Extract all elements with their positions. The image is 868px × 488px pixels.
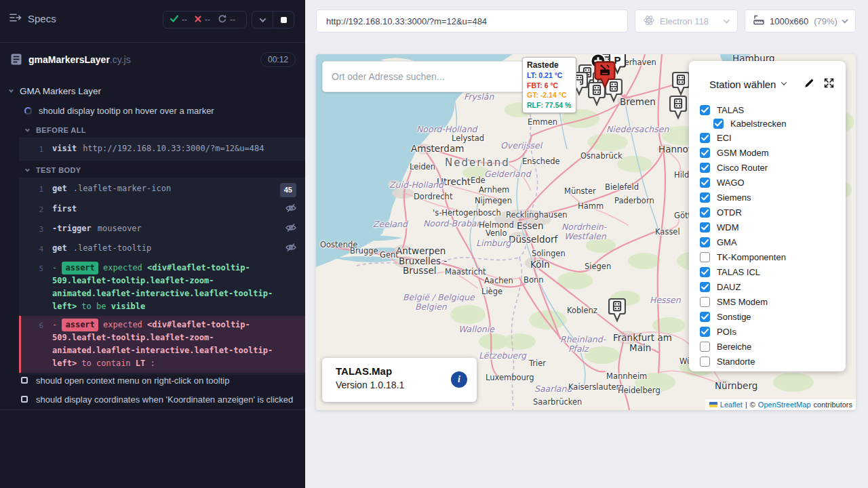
search-input[interactable] [322, 61, 534, 92]
test-body-chevron-icon [25, 167, 30, 171]
command-row[interactable]: 6- assert expected <div#leaflet-tooltip-… [19, 316, 305, 373]
sidebar-divider-bottom [0, 409, 305, 410]
expand-fullscreen-icon[interactable] [823, 77, 835, 92]
checked-checkbox[interactable] [700, 163, 710, 173]
command-row[interactable]: 3-triggermouseover [19, 220, 305, 239]
station-select-dropdown[interactable]: Station wählen [709, 79, 786, 90]
layer-label: Bereiche [717, 342, 751, 352]
map-label: Gent [380, 250, 399, 260]
command-row[interactable]: 4get.leaflet-tooltip [19, 239, 305, 259]
station-pin-marker[interactable] [669, 95, 687, 123]
map-label: Frankfurt am [613, 332, 672, 343]
map-label: Pfalz [568, 344, 589, 354]
suite-chevron-icon [9, 88, 14, 93]
map-label: Noord-Brabant [423, 218, 485, 228]
unchecked-checkbox[interactable] [700, 297, 710, 307]
layer-checkbox-row[interactable]: TK-Komponenten [700, 249, 846, 264]
tooltip-value-row: FBT: 6 °C [527, 81, 572, 91]
checked-checkbox[interactable] [700, 312, 710, 322]
failed-count: -- [205, 15, 210, 24]
checked-checkbox[interactable] [700, 237, 710, 247]
spec-file-row[interactable]: gmaMarkersLayer.cy.js 00:12 [0, 52, 305, 72]
leaflet-link[interactable]: Leaflet [720, 401, 743, 409]
pending-test-icon [21, 396, 28, 403]
layer-checkbox-row[interactable]: WDM [700, 220, 846, 235]
map-label: Ede [471, 176, 486, 185]
checked-checkbox[interactable] [700, 267, 710, 277]
running-test-row[interactable]: should display tooltip on hover over a m… [24, 106, 214, 116]
station-pin-marker[interactable] [608, 298, 626, 325]
layer-checkbox-row[interactable]: Sonstige [700, 309, 846, 324]
layer-checkbox-row[interactable]: TALAS [700, 102, 846, 117]
unchecked-checkbox[interactable] [700, 357, 710, 367]
test-body-header[interactable]: TEST BODY [26, 166, 81, 174]
layer-checkbox-row[interactable]: Cisco Router [700, 160, 846, 175]
edit-pencil-icon[interactable] [804, 78, 814, 92]
unchecked-checkbox[interactable] [700, 252, 710, 262]
layer-checkbox-row[interactable]: TALAS ICL [700, 264, 846, 279]
command-row[interactable]: 1visithttp://192.168.10.33:3000/?m=12&u=… [19, 140, 305, 159]
checked-checkbox[interactable] [700, 133, 710, 143]
checked-checkbox[interactable] [700, 192, 710, 203]
layer-label: GMA [717, 237, 737, 247]
spec-extension: .cy.js [110, 54, 131, 65]
layer-checkbox-row[interactable]: Siemens [700, 190, 846, 205]
stop-run-button[interactable] [273, 12, 294, 28]
layer-checkbox-row[interactable]: WAGO [700, 175, 846, 190]
viewport-select[interactable]: 1000x660 (79%) [745, 9, 856, 33]
checked-checkbox[interactable] [700, 207, 710, 218]
browser-select[interactable]: Electron 118 [635, 9, 738, 33]
layer-checkbox-row[interactable]: OTDR [700, 205, 846, 220]
map-label: Koblenz [567, 306, 597, 315]
command-number: 2 [21, 203, 52, 217]
pending-test-row[interactable]: should open context menu on right-click … [21, 375, 229, 386]
map-label: Paderborn [614, 196, 654, 205]
map-label: 's-Hertogenbosch [433, 208, 501, 218]
checked-checkbox[interactable] [700, 222, 710, 232]
gma-marker-selected[interactable] [594, 60, 616, 92]
map-label: Overijssel [500, 140, 542, 150]
command-row[interactable]: 5- assert expected <div#leaflet-tooltip-… [19, 259, 305, 316]
suite-header[interactable]: GMA Markers Layer [9, 86, 101, 96]
map-container[interactable]: HamburgBremerhavenFryslânEmmenBremenNied… [316, 54, 856, 410]
map-label: Siegen [585, 262, 611, 271]
pending-test-icon [21, 377, 28, 384]
unchecked-checkbox[interactable] [700, 342, 710, 352]
layer-checkbox-row[interactable]: DAUZ [700, 279, 846, 294]
pending-test-row[interactable]: should display coordinates when 'Koordin… [21, 394, 293, 405]
layer-checkbox-row[interactable]: Bereiche [700, 339, 846, 354]
map-label: Arnhem [479, 185, 509, 195]
map-label: Mannheim [606, 371, 647, 381]
command-row[interactable]: 2first [19, 200, 305, 220]
command-indicator [278, 319, 305, 370]
layer-checkbox-row[interactable]: POIs [700, 324, 846, 339]
info-icon[interactable]: i [451, 371, 467, 388]
tooltip-value-row: RLF: 77.54 % [527, 100, 572, 110]
layer-checkbox-row[interactable]: SMS Modem [700, 294, 846, 309]
viewport-zoom: (79%) [814, 16, 837, 26]
checked-checkbox[interactable] [700, 178, 710, 188]
url-bar[interactable] [316, 9, 628, 33]
layer-checkbox-row[interactable]: ECI [700, 130, 846, 145]
map-label: Zuid-Holland [389, 180, 443, 190]
layer-label: POIs [717, 327, 736, 337]
checked-checkbox[interactable] [700, 282, 710, 292]
layer-checkbox-row[interactable]: GMA [700, 235, 846, 249]
layer-checkbox-row[interactable]: Standorte [700, 354, 846, 369]
collapse-all-button[interactable] [252, 12, 273, 28]
checked-checkbox[interactable] [700, 105, 710, 115]
map-label: Lelystad [452, 134, 484, 143]
checked-checkbox[interactable] [700, 327, 710, 337]
marker-tooltip[interactable]: Rastede LT: 0.21 °CFBT: 6 °CGT: -2.14 °C… [522, 57, 576, 113]
layer-checkbox-row[interactable]: GSM Modem [700, 145, 846, 160]
checked-checkbox[interactable] [713, 119, 724, 129]
openstreetmap-link[interactable]: OpenStreetMap [758, 401, 811, 409]
map-label: Münster [564, 186, 596, 196]
before-all-header[interactable]: BEFORE ALL [26, 126, 86, 134]
checked-checkbox[interactable] [700, 148, 710, 158]
specs-list-toggle[interactable]: Specs [9, 13, 56, 24]
command-row[interactable]: 1get.leaflet-marker-icon45 [19, 180, 305, 200]
layer-checkbox-row[interactable]: Kabelstrecken [700, 117, 846, 130]
map-label: Westfalen [564, 231, 606, 241]
map-label: Noord-Holland [416, 124, 477, 134]
